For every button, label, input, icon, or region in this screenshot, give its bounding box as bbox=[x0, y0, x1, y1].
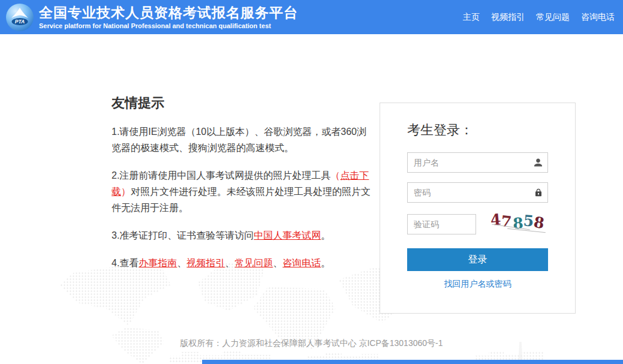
tip-3-end: 。 bbox=[321, 230, 330, 240]
pta-logo-graphic: PTA bbox=[6, 4, 34, 31]
tip-2-pre: 2.注册前请使用中国人事考试网提供的照片处理工具 bbox=[112, 170, 330, 181]
captcha-image[interactable]: 47858 bbox=[490, 212, 548, 236]
nav-faq-link[interactable]: 常见问题 bbox=[536, 12, 570, 23]
nav-phone-link[interactable]: 咨询电话 bbox=[581, 12, 615, 23]
login-heading: 考生登录： bbox=[407, 121, 548, 139]
username-field bbox=[407, 152, 548, 173]
nav-home-link[interactable]: 主页 bbox=[463, 12, 480, 23]
tip-3-pre: 3.准考证打印、证书查验等请访问 bbox=[112, 230, 254, 240]
header: PTA 全国专业技术人员资格考试报名服务平台 Service platform … bbox=[0, 0, 623, 34]
tip-2-post: 对照片文件进行处理。未经该照片处理工具处理的照片文件无法用于注册。 bbox=[112, 186, 371, 213]
site-title: 全国专业技术人员资格考试报名服务平台 bbox=[39, 5, 298, 20]
separator: 、 bbox=[177, 258, 186, 268]
tip-see-also: 4.查看办事指南、视频指引、常见问题、咨询电话。 bbox=[112, 255, 371, 271]
service-guide-link[interactable]: 办事指南 bbox=[139, 258, 177, 268]
top-nav: 主页 视频指引 常见问题 咨询电话 bbox=[463, 12, 615, 23]
tip-browser: 1.请使用IE浏览器（10以上版本）、谷歌浏览器，或者360浏览器的极速模式、搜… bbox=[112, 124, 371, 156]
tips-heading: 友情提示 bbox=[112, 94, 371, 112]
svg-text:PTA: PTA bbox=[15, 19, 25, 25]
login-panel: 考生登录： 47858 登录 找回用户名或密码 bbox=[380, 103, 576, 314]
footer: 版权所有：人力资源和社会保障部人事考试中心 京ICP备13013060号-1 bbox=[0, 338, 623, 349]
forgot-credentials-link[interactable]: 找回用户名或密码 bbox=[407, 279, 548, 290]
tip-4-pre: 4.查看 bbox=[112, 258, 139, 268]
pta-logo-icon: PTA bbox=[6, 4, 34, 31]
cpta-website-link[interactable]: 中国人事考试网 bbox=[254, 230, 321, 240]
tip-2-paren-open: （ bbox=[330, 170, 340, 181]
tip-1-text: 1.请使用IE浏览器（10以上版本）、谷歌浏览器，或者360浏览器的极速模式、搜… bbox=[112, 127, 366, 153]
password-input[interactable] bbox=[407, 182, 548, 203]
copyright-text: 版权所有：人力资源和社会保障部人事考试中心 京ICP备13013060号-1 bbox=[180, 338, 443, 348]
faq-link[interactable]: 常见问题 bbox=[234, 258, 273, 268]
login-button[interactable]: 登录 bbox=[407, 248, 548, 271]
brand: PTA 全国专业技术人员资格考试报名服务平台 Service platform … bbox=[6, 4, 298, 31]
tips-section: 友情提示 1.请使用IE浏览器（10以上版本）、谷歌浏览器，或者360浏览器的极… bbox=[112, 94, 371, 271]
separator: 、 bbox=[225, 258, 234, 268]
captcha-digits: 47858 bbox=[490, 212, 546, 227]
phone-link[interactable]: 咨询电话 bbox=[282, 258, 321, 268]
tip-cpta-site: 3.准考证打印、证书查验等请访问中国人事考试网。 bbox=[112, 227, 371, 243]
captcha-input[interactable] bbox=[407, 214, 476, 234]
username-input[interactable] bbox=[407, 152, 548, 173]
site-subtitle: Service platform for National Profession… bbox=[39, 22, 298, 29]
password-field bbox=[407, 182, 548, 203]
watermark-map-north-america bbox=[60, 266, 171, 326]
tip-4-end: 。 bbox=[321, 258, 330, 268]
lock-icon bbox=[534, 188, 543, 197]
captcha-field bbox=[407, 214, 476, 234]
tip-2-paren-close: ） bbox=[121, 186, 131, 197]
video-guide-link[interactable]: 视频指引 bbox=[186, 258, 225, 268]
bottom-blue-bar bbox=[202, 360, 623, 364]
page: PTA 全国专业技术人员资格考试报名服务平台 Service platform … bbox=[0, 0, 623, 364]
nav-video-guide-link[interactable]: 视频指引 bbox=[491, 12, 525, 23]
tip-photo-tool: 2.注册前请使用中国人事考试网提供的照片处理工具（点击下载）对照片文件进行处理。… bbox=[112, 167, 371, 216]
user-icon bbox=[533, 158, 543, 168]
separator: 、 bbox=[273, 258, 282, 268]
titles: 全国专业技术人员资格考试报名服务平台 Service platform for … bbox=[39, 5, 298, 29]
captcha-row: 47858 bbox=[407, 212, 548, 236]
